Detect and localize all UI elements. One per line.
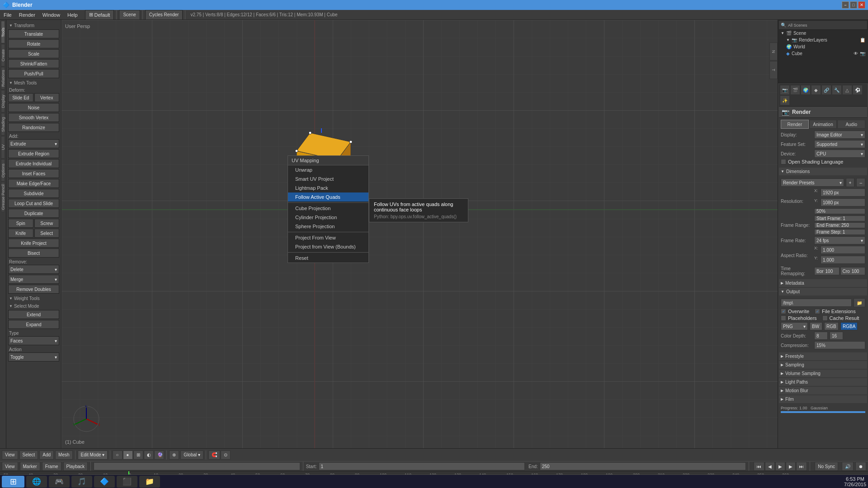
make-edge-face-btn[interactable]: Make Edge/Face <box>8 179 59 188</box>
transform-orient-btn[interactable]: Global ▾ <box>180 450 203 460</box>
loop-cut-slide-btn[interactable]: Loop Cut and Slide <box>8 199 59 208</box>
outliner-world[interactable]: 🌍 World <box>779 43 867 50</box>
outliner-renderlayers[interactable]: ▼ 📷 RenderLayers 📋 <box>779 37 867 43</box>
ctx-lightmap[interactable]: Lightmap Pack <box>288 183 368 192</box>
select-mode-title[interactable]: Select Mode <box>8 302 59 310</box>
props-icon-constraints[interactable]: 🔗 <box>821 85 831 95</box>
freestyle-section[interactable]: Freestyle <box>779 352 867 360</box>
start-button[interactable]: ⊞ <box>2 476 24 488</box>
aspect-x[interactable]: 1.000 <box>821 246 865 254</box>
start-frame-field[interactable]: 1 <box>319 462 525 470</box>
t-panel-tab[interactable]: T <box>769 61 778 79</box>
res-percent[interactable]: 50% <box>814 208 865 214</box>
light-paths-section[interactable]: Light Paths <box>779 378 867 386</box>
subdivide-btn[interactable]: Subdivide <box>8 189 59 198</box>
menu-help[interactable]: Help <box>64 11 81 19</box>
rotate-btn[interactable]: Rotate <box>8 39 59 48</box>
bor-field[interactable]: Bor 100 <box>814 267 840 275</box>
end-frame[interactable]: End Frame: 250 <box>814 222 865 228</box>
transform-section-title[interactable]: Transform <box>8 22 59 29</box>
ctx-project-view-bounds[interactable]: Project from View (Bounds) <box>288 242 368 251</box>
folder-btn[interactable]: 📁 <box>139 476 160 488</box>
tab-audio[interactable]: Audio <box>837 120 865 129</box>
knife-project-btn[interactable]: Knife Project <box>8 239 59 248</box>
steam-btn[interactable]: 🎮 <box>49 476 70 488</box>
props-icon-particles[interactable]: ✨ <box>780 95 790 105</box>
bw-field[interactable]: BW <box>810 322 822 330</box>
snap-btn[interactable]: 🧲 <box>208 450 220 460</box>
minimize-button[interactable]: – <box>842 1 849 9</box>
step-fwd-btn[interactable]: ▶ <box>786 462 796 471</box>
scene-btn[interactable]: Scene <box>119 10 140 20</box>
file-ext-checkbox[interactable] <box>815 309 820 314</box>
res-x-value[interactable]: 1920 px <box>821 188 865 197</box>
dimensions-section[interactable]: Dimensions <box>779 168 867 175</box>
ctx-cube-proj[interactable]: Cube Projection <box>288 204 368 213</box>
vtab-options[interactable]: Options <box>1 159 5 182</box>
props-icon-render[interactable]: 📷 <box>780 85 790 95</box>
maximize-button[interactable]: □ <box>850 1 857 9</box>
weight-tools-title[interactable]: Weight Tools <box>8 295 59 302</box>
extrude-individual-btn[interactable]: Extrude Individual <box>8 159 59 168</box>
record-btn[interactable]: ⏺ <box>855 462 866 471</box>
output-section[interactable]: Output <box>779 288 867 296</box>
chrome-btn[interactable]: 🌐 <box>26 476 47 488</box>
vtab-display[interactable]: Display <box>1 90 5 113</box>
outliner-scene[interactable]: ▼ 🎬 Scene <box>779 30 867 37</box>
add-menu-btn[interactable]: Add <box>39 450 54 460</box>
renderer-btn[interactable]: Cycles Render <box>145 10 183 20</box>
vtab-grease-pencil[interactable]: Grease Pencil <box>1 182 5 212</box>
edit-mode-btn[interactable]: Edit Mode ▾ <box>78 450 108 460</box>
select-menu-btn[interactable]: Select <box>19 450 38 460</box>
props-icon-scene[interactable]: 🎬 <box>790 85 800 95</box>
timeline-frame-btn[interactable]: Frame <box>42 462 61 471</box>
props-icon-modifiers[interactable]: 🔧 <box>832 85 842 95</box>
ctx-reset[interactable]: Reset <box>288 253 368 263</box>
duplicate-btn[interactable]: Duplicate <box>8 209 59 218</box>
ctx-follow-active[interactable]: Follow Active Quads <box>288 192 368 202</box>
add-preset-btn[interactable]: + <box>846 178 855 187</box>
placeholders-checkbox[interactable] <box>781 315 786 321</box>
start-frame[interactable]: Start Frame: 1 <box>814 216 865 221</box>
vtab-shading[interactable]: Shading <box>1 113 5 136</box>
feature-set-dropdown[interactable]: Supported ▾ <box>814 140 865 148</box>
output-browse-btn[interactable]: 📁 <box>854 298 865 307</box>
toggle-dropdown[interactable]: Toggle▾ <box>8 352 59 361</box>
shrinkfatten-btn[interactable]: Shrink/Fatten <box>8 59 59 68</box>
mesh-menu-btn[interactable]: Mesh <box>55 450 72 460</box>
frame-step[interactable]: Frame Step: 1 <box>814 229 865 235</box>
props-icon-data[interactable]: △ <box>842 85 852 95</box>
timeline-view-btn[interactable]: View <box>2 462 18 471</box>
device-dropdown[interactable]: CPU ▾ <box>814 150 865 158</box>
inset-faces-btn[interactable]: Inset Faces <box>8 169 59 178</box>
aspect-y[interactable]: 1.000 <box>821 256 865 264</box>
metadata-section[interactable]: Metadata <box>779 279 867 287</box>
end-frame-field[interactable]: 250 <box>540 462 746 470</box>
compression-value[interactable]: 15% <box>814 341 865 349</box>
timeline-marker-btn[interactable]: Marker <box>20 462 40 471</box>
scale-btn[interactable]: Scale <box>8 49 59 58</box>
extend-btn[interactable]: Extend <box>8 310 59 319</box>
rendered-btn[interactable]: 🔮 <box>154 450 164 460</box>
tab-render[interactable]: Render <box>781 120 809 129</box>
vtab-uv[interactable]: UV <box>1 136 5 159</box>
pivot-btn[interactable]: ⊕ <box>169 450 179 460</box>
rgb-field[interactable]: RGB <box>824 322 839 330</box>
solid-btn[interactable]: ● <box>123 450 133 460</box>
mesh-tools-title[interactable]: Mesh Tools <box>8 79 59 87</box>
menu-file[interactable]: File <box>0 11 15 19</box>
fps-dropdown[interactable]: 24 fps ▾ <box>814 236 865 244</box>
sync-mode-btn[interactable]: No Sync <box>815 462 838 471</box>
ctx-sphere-proj[interactable]: Sphere Projection <box>288 222 368 231</box>
randomize-btn[interactable]: Randomize <box>8 123 59 132</box>
osl-checkbox[interactable] <box>781 159 786 164</box>
ctx-unwrap[interactable]: Unwrap <box>288 165 368 174</box>
scene-layout-btn[interactable]: ⊞Default <box>85 10 114 20</box>
view-btn[interactable]: View <box>2 450 18 460</box>
extrude-region-btn[interactable]: Extrude Region <box>8 149 59 158</box>
proportional-btn[interactable]: ⊙ <box>221 450 231 460</box>
audio-btn[interactable]: 🔊 <box>842 462 854 471</box>
select-btn[interactable]: Select <box>34 229 60 238</box>
timeline-playback-btn[interactable]: Playback <box>63 462 88 471</box>
ctx-cylinder-proj[interactable]: Cylinder Projection <box>288 213 368 222</box>
